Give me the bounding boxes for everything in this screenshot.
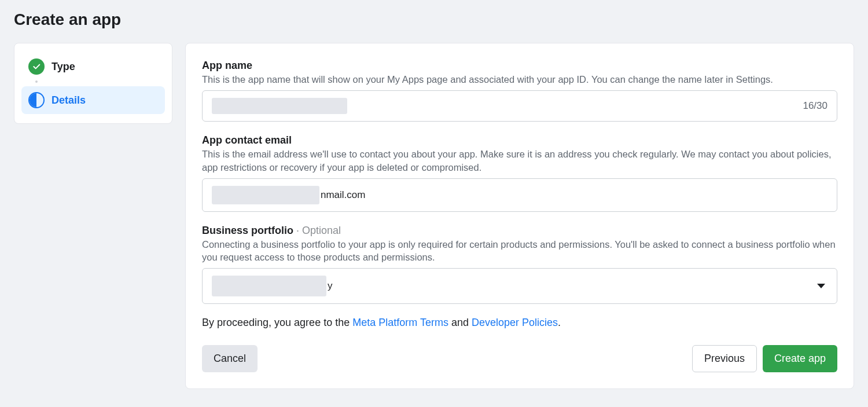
step-label: Details	[52, 94, 86, 107]
step-type[interactable]: Type	[21, 53, 165, 80]
field-desc: This is the email address we'll use to c…	[202, 148, 837, 174]
page-title: Create an app	[0, 0, 868, 29]
contact-email-input[interactable]: nmail.com	[202, 178, 837, 212]
legal-text: By proceeding, you agree to the Meta Pla…	[202, 317, 837, 329]
char-counter: 16/30	[803, 100, 827, 112]
label-text: Business portfolio	[202, 225, 293, 236]
contact-email-field: App contact email This is the email addr…	[202, 134, 837, 212]
field-label: App name	[202, 60, 837, 72]
chevron-down-icon	[817, 284, 825, 288]
legal-prefix: By proceeding, you agree to the	[202, 317, 352, 328]
button-row: Cancel Previous Create app	[202, 345, 837, 372]
legal-mid: and	[448, 317, 472, 328]
business-portfolio-field: Business portfolio · Optional Connecting…	[202, 225, 837, 305]
app-name-input[interactable]: 16/30	[202, 90, 837, 122]
optional-tag: · Optional	[293, 225, 341, 236]
developer-policies-link[interactable]: Developer Policies	[472, 317, 558, 328]
form-panel: App name This is the app name that will …	[185, 43, 854, 389]
field-desc: Connecting a business portfolio to your …	[202, 238, 837, 264]
step-details[interactable]: Details	[21, 86, 165, 114]
step-label: Type	[52, 61, 75, 73]
check-icon	[28, 58, 45, 75]
steps-sidebar: Type Details	[14, 43, 172, 124]
field-desc: This is the app name that will show on y…	[202, 73, 837, 86]
redacted-value	[212, 186, 319, 204]
app-name-field: App name This is the app name that will …	[202, 60, 837, 122]
business-portfolio-select[interactable]: y	[202, 268, 837, 304]
field-label: Business portfolio · Optional	[202, 225, 837, 237]
redacted-value	[212, 276, 326, 296]
portfolio-visible-suffix: y	[328, 280, 333, 292]
field-label: App contact email	[202, 134, 837, 146]
step-connector	[21, 80, 165, 86]
half-circle-icon	[28, 92, 45, 108]
meta-terms-link[interactable]: Meta Platform Terms	[352, 317, 448, 328]
previous-button[interactable]: Previous	[692, 345, 757, 372]
redacted-value	[212, 98, 347, 114]
email-visible-suffix: nmail.com	[321, 189, 365, 201]
create-app-button[interactable]: Create app	[763, 345, 837, 372]
legal-suffix: .	[558, 317, 561, 328]
cancel-button[interactable]: Cancel	[202, 345, 258, 372]
